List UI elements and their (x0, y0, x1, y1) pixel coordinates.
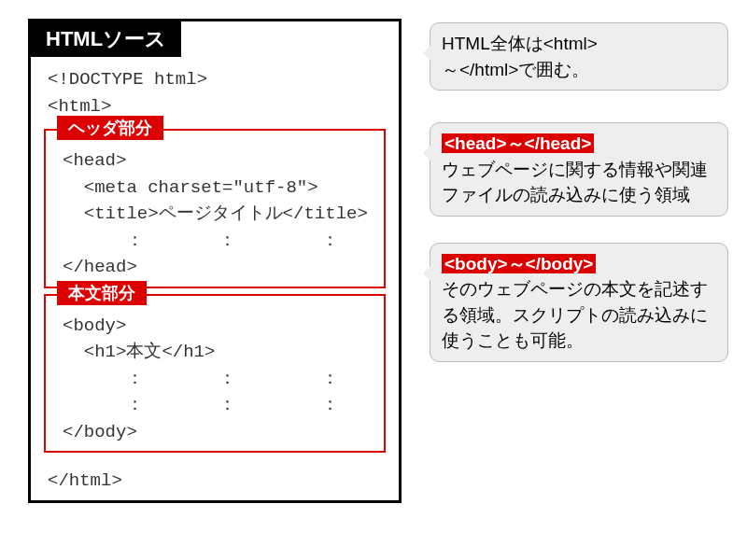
note-html-line1: HTML全体は<html> (442, 34, 598, 53)
notes-column: HTML全体は<html> ～</html>で囲む。 <head>～</head… (430, 19, 728, 503)
body-section-box: 本文部分 <body> <h1>本文</h1> ： ： ： ： ： ： </bo… (44, 294, 386, 454)
note-head-tag: <head>～</head> (442, 133, 594, 153)
note-body-tag: <body>～</body> (442, 254, 596, 273)
note-body: <body>～</body> そのウェブページの本文を記述する領域。スクリプトの… (430, 243, 728, 362)
main-title: HTMLソース (31, 21, 181, 57)
head-section-box: ヘッダ部分 <head> <meta charset="utf-8"> <tit… (44, 129, 386, 288)
diagram-wrap: HTMLソース <!DOCTYPE html> <html> ヘッダ部分 <he… (28, 19, 728, 503)
note-head-text: ウェブページに関する情報や関連ファイルの読み込みに使う領域 (442, 160, 708, 205)
body-section-label: 本文部分 (57, 281, 147, 305)
note-html: HTML全体は<html> ～</html>で囲む。 (430, 22, 728, 91)
note-html-line2: ～</html>で囲む。 (442, 60, 589, 79)
head-section-code: <head> <meta charset="utf-8"> <title>ページ… (46, 138, 384, 287)
head-section-label: ヘッダ部分 (57, 116, 163, 140)
note-head: <head>～</head> ウェブページに関する情報や関連ファイルの読み込みに… (430, 122, 728, 217)
source-panel: HTMLソース <!DOCTYPE html> <html> ヘッダ部分 <he… (28, 19, 402, 503)
note-body-text: そのウェブページの本文を記述する領域。スクリプトの読み込みに使うことも可能。 (442, 279, 708, 350)
code-close-html: </html> (31, 458, 399, 500)
body-section-code: <body> <h1>本文</h1> ： ： ： ： ： ： </body> (46, 303, 384, 452)
